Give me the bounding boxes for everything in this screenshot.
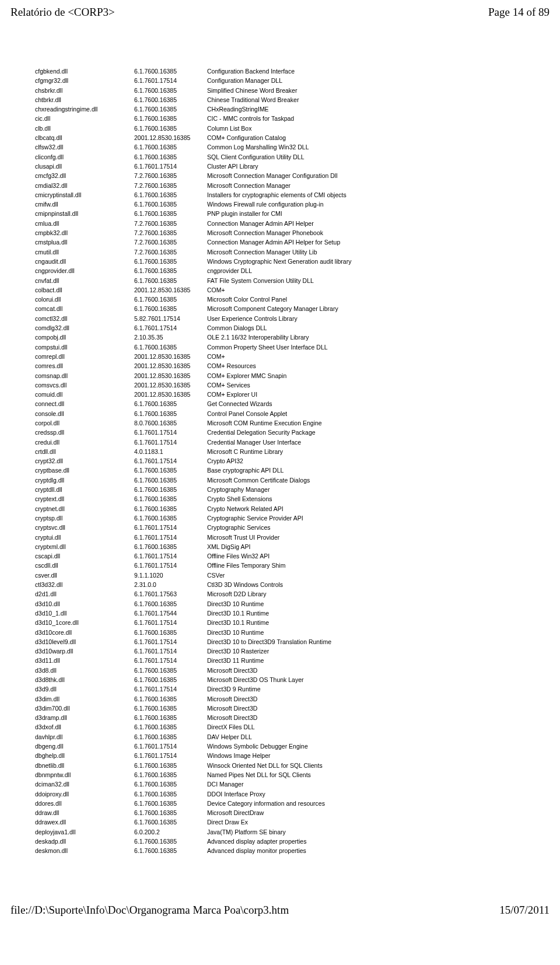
file-version: 6.1.7600.16385 (134, 713, 207, 722)
file-description: Direct3D 9 Runtime (207, 684, 548, 694)
file-version: 2001.12.8530.16385 (134, 380, 207, 390)
table-row: credssp.dll6.1.7601.17514Credential Dele… (35, 428, 548, 437)
file-description: Microsoft Connection Manager Utility Lib (207, 247, 548, 257)
file-description: Common Dialogs DLL (207, 323, 548, 333)
file-name: cryptxml.dll (35, 542, 134, 551)
file-description: Connection Manager Admin API Helper for … (207, 237, 548, 247)
file-name: comsvcs.dll (35, 380, 134, 390)
file-version: 2001.12.8530.16385 (134, 285, 207, 295)
file-description: Windows Image Helper (207, 751, 548, 760)
file-name: d3dramp.dll (35, 713, 134, 722)
file-description: Microsoft Direct3D (207, 666, 548, 675)
file-description: CHxReadingStringIME (207, 104, 548, 114)
file-description: Direct3D 10 Rasterizer (207, 646, 548, 656)
table-row: cic.dll6.1.7600.16385CIC - MMC controls … (35, 114, 548, 123)
file-name: credui.dll (35, 438, 134, 447)
file-name: console.dll (35, 409, 134, 418)
table-row: comsnap.dll2001.12.8530.16385COM+ Explor… (35, 371, 548, 380)
file-version: 6.1.7600.16385 (134, 295, 207, 304)
file-name: ddraw.dll (35, 808, 134, 817)
table-row: console.dll6.1.7600.16385Control Panel C… (35, 409, 548, 418)
file-version: 6.1.7600.16385 (134, 114, 207, 123)
file-description: PNP plugin installer for CMI (207, 209, 548, 218)
file-version: 6.1.7600.16385 (134, 304, 207, 313)
table-row: chtbrkr.dll6.1.7600.16385Chinese Traditi… (35, 95, 548, 104)
file-version: 6.1.7601.17514 (134, 323, 207, 333)
file-version: 6.1.7600.16385 (134, 142, 207, 152)
file-version: 6.1.7601.17514 (134, 656, 207, 665)
file-name: d3d10.dll (35, 599, 134, 609)
file-description: Connection Manager Admin API Helper (207, 219, 548, 228)
table-row: cmstplua.dll7.2.7600.16385Connection Man… (35, 237, 548, 247)
file-name: chtbrkr.dll (35, 95, 134, 104)
file-version: 6.1.7600.16385 (134, 257, 207, 266)
file-name: colbact.dll (35, 285, 134, 295)
file-version: 6.1.7601.17563 (134, 589, 207, 599)
table-row: d3d8thk.dll6.1.7600.16385Microsoft Direc… (35, 675, 548, 684)
table-row: cngprovider.dll6.1.7600.16385cngprovider… (35, 266, 548, 275)
file-version: 6.1.7600.16385 (134, 399, 207, 408)
file-version: 6.1.7600.16385 (134, 475, 207, 485)
file-description: Microsoft Direct3D (207, 694, 548, 704)
file-description: Ctl3D 3D Windows Controls (207, 580, 548, 589)
table-row: crypt32.dll6.1.7601.17514Crypto API32 (35, 456, 548, 466)
file-name: cmlua.dll (35, 219, 134, 228)
table-row: d3d10core.dll6.1.7600.16385Direct3D 10 R… (35, 628, 548, 637)
file-name: cfgmgr32.dll (35, 76, 134, 85)
file-description: Direct3D 11 Runtime (207, 656, 548, 665)
file-name: comres.dll (35, 361, 134, 370)
file-name: chxreadingstringime.dll (35, 104, 134, 114)
file-name: d3d11.dll (35, 656, 134, 665)
file-version: 6.1.7600.16385 (134, 675, 207, 684)
file-version: 6.1.7600.16385 (134, 504, 207, 513)
file-description: Configuration Manager DLL (207, 76, 548, 85)
file-description: Crypto Shell Extensions (207, 494, 548, 504)
file-name: d3d8thk.dll (35, 675, 134, 684)
table-row: cmdial32.dll7.2.7600.16385Microsoft Conn… (35, 181, 548, 190)
table-row: ctl3d32.dll2.31.0.0Ctl3D 3D Windows Cont… (35, 580, 548, 589)
file-description: Direct3D 10.1 Runtime (207, 618, 548, 627)
file-version: 6.1.7600.16385 (134, 732, 207, 742)
file-version: 6.1.7601.17514 (134, 533, 207, 542)
file-version: 2.31.0.0 (134, 580, 207, 589)
file-description: Microsoft Connection Manager Configurati… (207, 171, 548, 180)
table-row: cmutil.dll7.2.7600.16385Microsoft Connec… (35, 247, 548, 257)
file-version: 6.1.7600.16385 (134, 628, 207, 637)
table-row: chxreadingstringime.dll6.1.7600.16385CHx… (35, 104, 548, 114)
table-row: cnvfat.dll6.1.7600.16385FAT File System … (35, 276, 548, 285)
file-description: Microsoft C Runtime Library (207, 447, 548, 456)
file-description: Windows Cryptographic Next Generation au… (207, 257, 548, 266)
file-version: 6.1.7600.16385 (134, 513, 207, 523)
page-footer: file://D:\Suporte\Info\Doc\Organograma M… (0, 868, 560, 922)
file-description: Direct3D 10 Runtime (207, 599, 548, 609)
table-row: cfgmgr32.dll6.1.7601.17514Configuration … (35, 76, 548, 85)
file-name: cnvfat.dll (35, 276, 134, 285)
file-version: 4.0.1183.1 (134, 447, 207, 456)
table-row: colorui.dll6.1.7600.16385Microsoft Color… (35, 295, 548, 304)
file-description: Microsoft Connection Manager (207, 181, 548, 190)
file-description: Crypto Network Related API (207, 504, 548, 513)
table-row: credui.dll6.1.7601.17514Credential Manag… (35, 438, 548, 447)
table-row: chsbrkr.dll6.1.7600.16385Simplified Chin… (35, 86, 548, 95)
file-description: XML DigSig API (207, 542, 548, 551)
file-description: Windows Firewall rule configuration plug… (207, 200, 548, 209)
file-description: Chinese Traditional Word Breaker (207, 95, 548, 104)
file-description: Advanced display adapter properties (207, 837, 548, 846)
file-name: d3dxof.dll (35, 722, 134, 732)
table-row: cryptnet.dll6.1.7600.16385Crypto Network… (35, 504, 548, 513)
file-name: dbnmpntw.dll (35, 770, 134, 779)
file-version: 6.1.7600.16385 (134, 761, 207, 770)
file-version: 2001.12.8530.16385 (134, 390, 207, 399)
file-name: davhlpr.dll (35, 732, 134, 742)
file-name: ddrawex.dll (35, 817, 134, 827)
file-description: Microsoft Connection Manager Phonebook (207, 228, 548, 237)
file-name: cscapi.dll (35, 551, 134, 561)
file-description: Direct3D 10.1 Runtime (207, 609, 548, 618)
file-version: 7.2.7600.16385 (134, 247, 207, 257)
file-version: 6.0.200.2 (134, 827, 207, 837)
file-version: 7.2.7600.16385 (134, 171, 207, 180)
file-description: Offline Files Temporary Shim (207, 561, 548, 570)
file-description: Microsoft Direct3D (207, 704, 548, 713)
table-row: dbnetlib.dll6.1.7600.16385Winsock Orient… (35, 761, 548, 770)
file-version: 6.1.7601.17514 (134, 751, 207, 760)
